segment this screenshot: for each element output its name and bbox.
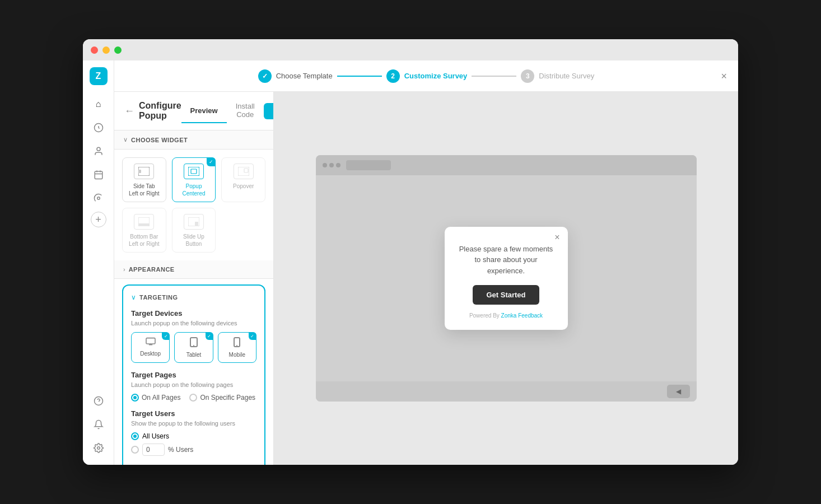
svg-point-9 xyxy=(97,447,100,450)
choose-widget-label: CHOOSE WIDGET xyxy=(131,137,188,143)
slide-up-icon xyxy=(184,214,204,230)
svg-rect-15 xyxy=(244,169,248,172)
svg-rect-11 xyxy=(138,170,141,173)
desktop-label: Desktop xyxy=(140,351,161,357)
preview-prev-button[interactable]: ◀ xyxy=(667,385,690,398)
target-pages-options: On All Pages On Specific Pages xyxy=(131,394,256,402)
widget-grid: Side TabLeft or Right ✓ PopupCentered xyxy=(114,150,273,260)
widget-side-tab[interactable]: Side TabLeft or Right xyxy=(122,157,166,202)
device-desktop[interactable]: ✓ Desktop xyxy=(131,332,170,363)
left-panel: ← Configure Popup Preview Install Code F… xyxy=(114,92,274,465)
desktop-icon xyxy=(145,337,156,348)
target-users-desc: Show the popup to the following users xyxy=(131,420,256,427)
slide-up-label: Slide UpButton xyxy=(183,233,204,248)
popup-get-started-button[interactable]: Get Started xyxy=(473,285,539,305)
svg-point-1 xyxy=(97,147,100,151)
back-button[interactable]: ← xyxy=(124,105,134,117)
bottom-bar-label: Bottom BarLeft or Right xyxy=(129,233,159,248)
tabs-row: Preview Install Code xyxy=(181,99,264,123)
percent-label: % Users xyxy=(168,446,193,454)
widget-popup-centered[interactable]: ✓ PopupCentered xyxy=(172,157,216,202)
bottom-bar-icon xyxy=(134,214,154,230)
specific-pages-option[interactable]: On Specific Pages xyxy=(189,394,255,402)
nav-dot-1 xyxy=(323,163,327,167)
device-tablet[interactable]: ✓ Tablet xyxy=(174,332,213,363)
sidebar-item-home[interactable]: ⌂ xyxy=(88,94,109,114)
maximize-traffic-light[interactable] xyxy=(114,46,122,54)
widget-bottom-bar[interactable]: Bottom BarLeft or Right xyxy=(122,208,166,253)
nav-dot-2 xyxy=(329,163,334,167)
targeting-chevron: ∨ xyxy=(131,293,136,301)
sidebar-item-survey[interactable] xyxy=(88,118,109,138)
sidebar-item-help[interactable] xyxy=(88,391,109,411)
tab-preview[interactable]: Preview xyxy=(181,99,227,123)
specific-pages-label: On Specific Pages xyxy=(200,394,255,402)
bottom-bar: ◀ xyxy=(316,381,697,402)
wizard-step-1: ✓ Choose Template xyxy=(258,69,333,83)
wizard-header: ✓ Choose Template 2 Customize Survey 3 D… xyxy=(114,60,738,92)
svg-rect-20 xyxy=(146,338,155,344)
sidebar-item-settings[interactable] xyxy=(88,438,109,458)
preview-mockup: × Please spare a few moments to share ab… xyxy=(316,155,697,402)
sidebar-item-integrations[interactable] xyxy=(88,188,109,208)
wizard-step-2: 2 Customize Survey xyxy=(386,69,468,83)
svg-rect-12 xyxy=(188,167,199,176)
tablet-label: Tablet xyxy=(186,352,202,358)
sidebar-add-button[interactable]: + xyxy=(91,212,106,227)
right-panel: × Please spare a few moments to share ab… xyxy=(274,92,738,465)
popup-centered-icon xyxy=(184,164,204,179)
step-2-label: Customize Survey xyxy=(404,72,468,80)
all-users-radio[interactable] xyxy=(131,432,139,440)
finish-button[interactable]: Finish xyxy=(264,103,274,119)
popup-close-button[interactable]: × xyxy=(554,232,559,242)
target-devices-title: Target Devices xyxy=(131,309,256,318)
step-3-circle: 3 xyxy=(521,69,534,83)
appearance-section-header[interactable]: › APPEARANCE xyxy=(114,260,273,279)
nav-dots xyxy=(323,163,340,167)
sidebar-logo[interactable]: Z xyxy=(90,67,108,85)
sidebar-item-contacts[interactable] xyxy=(88,141,109,161)
mobile-check: ✓ xyxy=(249,332,256,340)
tab-install-code[interactable]: Install Code xyxy=(227,99,264,123)
step-1-label: Choose Template xyxy=(276,72,333,80)
sidebar-item-calendar[interactable] xyxy=(88,165,109,185)
percent-users-radio[interactable] xyxy=(131,446,139,454)
all-pages-option[interactable]: On All Pages xyxy=(131,394,180,402)
wizard-close-button[interactable]: × xyxy=(721,70,727,82)
minimize-traffic-light[interactable] xyxy=(102,46,110,54)
device-mobile[interactable]: ✓ Mobile xyxy=(218,332,256,363)
wizard-steps: ✓ Choose Template 2 Customize Survey 3 D… xyxy=(258,69,595,83)
svg-point-6 xyxy=(97,197,100,200)
sidebar-item-notifications[interactable] xyxy=(88,414,109,435)
left-panel-header: ← Configure Popup Preview Install Code F… xyxy=(114,92,273,130)
page-title: Configure Popup xyxy=(139,101,181,121)
powered-by-row: Powered By Zonka Feedback xyxy=(456,312,557,319)
svg-rect-19 xyxy=(195,222,198,226)
sidebar-bottom xyxy=(88,391,109,458)
close-traffic-light[interactable] xyxy=(91,46,98,54)
targeting-header[interactable]: ∨ TARGETING xyxy=(131,293,256,301)
side-tab-label: Side TabLeft or Right xyxy=(129,183,159,197)
target-users-title: Target Users xyxy=(131,409,256,418)
all-users-label: All Users xyxy=(142,432,169,440)
mobile-label: Mobile xyxy=(229,352,245,358)
titlebar xyxy=(83,39,738,60)
target-pages-section: Target Pages Launch popup on the followi… xyxy=(131,371,256,402)
popup-modal: × Please spare a few moments to share ab… xyxy=(445,227,568,330)
powered-by-link[interactable]: Zonka Feedback xyxy=(501,312,543,319)
popup-centered-check: ✓ xyxy=(207,157,216,166)
svg-rect-17 xyxy=(138,223,150,226)
widget-slide-up[interactable]: Slide UpButton xyxy=(172,208,216,253)
widget-popover[interactable]: Popover xyxy=(221,157,265,202)
targeting-panel: ∨ TARGETING Target Devices Launch popup … xyxy=(122,284,265,465)
step-2-circle: 2 xyxy=(386,69,400,83)
choose-widget-section-header[interactable]: ∨ CHOOSE WIDGET xyxy=(114,130,273,150)
tablet-icon xyxy=(190,337,198,349)
target-devices-desc: Launch popup on the following devices xyxy=(131,320,256,326)
svg-point-26 xyxy=(236,345,237,346)
percent-input[interactable] xyxy=(142,444,165,456)
sidebar: Z ⌂ + xyxy=(83,60,114,465)
target-pages-title: Target Pages xyxy=(131,371,256,379)
browser-bar xyxy=(316,155,697,175)
svg-point-24 xyxy=(193,345,194,346)
